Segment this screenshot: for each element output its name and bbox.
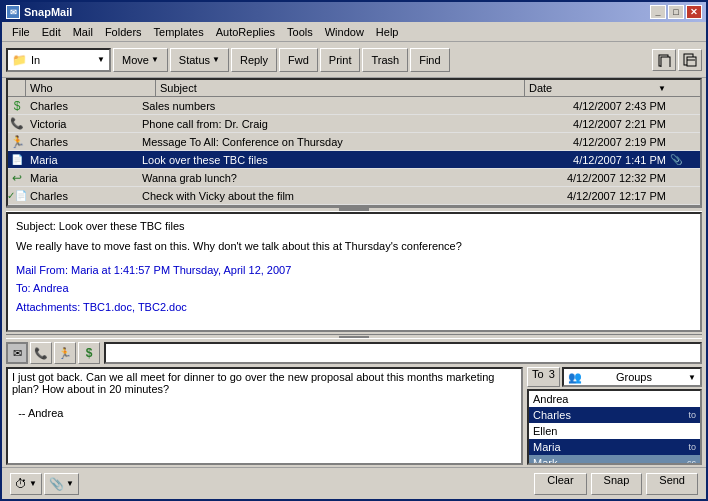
recipient-row[interactable]: Charles to <box>529 407 700 423</box>
maximize-button[interactable]: □ <box>668 5 684 19</box>
email-row[interactable]: ✓📄 Charles Check with Vicky about the fi… <box>8 187 700 205</box>
email-sender: Maria <box>26 172 138 184</box>
window-controls: _ □ ✕ <box>650 5 702 19</box>
who-column-header[interactable]: Who <box>26 80 156 96</box>
menu-file[interactable]: File <box>6 25 36 39</box>
recipient-type: to <box>688 442 696 452</box>
date-column-header[interactable]: Date ▼ <box>525 80 670 96</box>
copy-button-2[interactable] <box>678 49 702 71</box>
main-toolbar: 📁 In ▼ Move ▼ Status ▼ Reply Fwd Print T… <box>2 42 706 78</box>
svg-rect-1 <box>661 57 670 67</box>
attach-col-header <box>670 80 684 96</box>
attachment-arrow: ▼ <box>66 479 74 488</box>
email-date: 4/12/2007 2:21 PM <box>525 118 670 130</box>
person2-icon: 🏃 <box>58 347 72 360</box>
email-date: 4/12/2007 12:17 PM <box>525 190 670 202</box>
menu-help[interactable]: Help <box>370 25 405 39</box>
move-button[interactable]: Move ▼ <box>113 48 168 72</box>
compose-body-textarea[interactable] <box>6 367 523 465</box>
recipient-type: to <box>688 410 696 420</box>
fwd-button[interactable]: Fwd <box>279 48 318 72</box>
recipient-row[interactable]: Maria to <box>529 439 700 455</box>
phone-icon: 📞 <box>10 117 24 130</box>
recipient-type: cc <box>687 458 696 465</box>
menu-tools[interactable]: Tools <box>281 25 319 39</box>
email-date: 4/12/2007 1:41 PM <box>525 154 670 166</box>
email-date: 4/12/2007 2:19 PM <box>525 136 670 148</box>
print-button[interactable]: Print <box>320 48 361 72</box>
email-row[interactable]: 📞 Victoria Phone call from: Dr. Craig 4/… <box>8 115 700 133</box>
file-icon: 📄 <box>11 154 23 165</box>
recipient-row[interactable]: Mark cc <box>529 455 700 465</box>
to-button[interactable]: To 3 <box>527 367 560 387</box>
timer-button[interactable]: ⏱ ▼ <box>10 473 42 495</box>
bottom-toolbar: ⏱ ▼ 📎 ▼ Clear Snap Send <box>2 467 706 499</box>
clear-button[interactable]: Clear <box>534 473 586 495</box>
email-subject: Look over these TBC files <box>138 154 525 166</box>
close-button[interactable]: ✕ <box>686 5 702 19</box>
recipient-row[interactable]: Ellen <box>529 423 700 439</box>
compose-area: I just got back. Can we all meet for din… <box>6 367 702 465</box>
email-row[interactable]: $ Charles Sales numbers 4/12/2007 2:43 P… <box>8 97 700 115</box>
menu-folders[interactable]: Folders <box>99 25 148 39</box>
email-subject: Wanna grab lunch? <box>138 172 525 184</box>
compose-person-btn[interactable]: 🏃 <box>54 342 76 364</box>
reply-button[interactable]: Reply <box>231 48 277 72</box>
recipient-row[interactable]: Andrea <box>529 391 700 407</box>
preview-to: To: Andrea <box>16 279 692 298</box>
compose-subject-field[interactable] <box>104 342 702 364</box>
menu-window[interactable]: Window <box>319 25 370 39</box>
email-sender: Charles <box>26 190 138 202</box>
reply-icon: ↩ <box>12 171 22 185</box>
email-icon: 📄 <box>8 151 26 169</box>
email-sender: Charles <box>26 136 138 148</box>
email-list-header: Who Subject Date ▼ <box>8 80 700 97</box>
bottom-left-tools: ⏱ ▼ 📎 ▼ <box>10 473 79 495</box>
subject-column-header[interactable]: Subject <box>156 80 525 96</box>
dollar-icon: $ <box>86 346 93 360</box>
email-subject: Message To All: Conference on Thursday <box>138 136 525 148</box>
trash-button[interactable]: Trash <box>362 48 408 72</box>
date-sort-arrow: ▼ <box>658 84 666 93</box>
attachment-indicator: 📎 <box>670 154 684 165</box>
preview-pane: Subject: Look over these TBC files We re… <box>6 212 702 332</box>
phone-icon: 📞 <box>34 347 48 360</box>
compose-phone-btn[interactable]: 📞 <box>30 342 52 364</box>
email-row[interactable]: 🏃 Charles Message To All: Conference on … <box>8 133 700 151</box>
timer-arrow: ▼ <box>29 479 37 488</box>
email-date: 4/12/2007 12:32 PM <box>525 172 670 184</box>
compose-body-container: I just got back. Can we all meet for din… <box>6 367 523 465</box>
menu-mail[interactable]: Mail <box>67 25 99 39</box>
compose-money-btn[interactable]: $ <box>78 342 100 364</box>
email-row[interactable]: 📄 Maria Look over these TBC files 4/12/2… <box>8 151 700 169</box>
window-title: SnapMail <box>24 6 72 18</box>
main-window: ✉ SnapMail _ □ ✕ File Edit Mail Folders … <box>0 0 708 501</box>
recipient-name: Ellen <box>533 425 557 437</box>
folder-selector[interactable]: 📁 In ▼ <box>6 48 111 72</box>
menu-autoreplies[interactable]: AutoReplies <box>210 25 281 39</box>
paperclip-icon: 📎 <box>49 477 64 491</box>
find-button[interactable]: Find <box>410 48 449 72</box>
svg-rect-3 <box>687 57 696 66</box>
email-row[interactable]: ↩ Maria Wanna grab lunch? 4/12/2007 12:3… <box>8 169 700 187</box>
email-subject: Check with Vicky about the film <box>138 190 525 202</box>
recipients-list: Andrea Charles to Ellen Maria to <box>527 389 702 465</box>
menu-templates[interactable]: Templates <box>148 25 210 39</box>
compose-letter-btn[interactable]: ✉ <box>6 342 28 364</box>
groups-icon: 👥 <box>568 371 582 384</box>
preview-meta: Mail From: Maria at 1:41:57 PM Thursday,… <box>16 261 692 317</box>
status-button[interactable]: Status ▼ <box>170 48 229 72</box>
scroll-col-header <box>684 80 700 96</box>
menu-bar: File Edit Mail Folders Templates AutoRep… <box>2 22 706 42</box>
email-icon: ↩ <box>8 169 26 187</box>
recipient-name: Maria <box>533 441 561 453</box>
attachment-button[interactable]: 📎 ▼ <box>44 473 79 495</box>
send-button[interactable]: Send <box>646 473 698 495</box>
groups-dropdown[interactable]: 👥 Groups ▼ <box>562 367 702 387</box>
minimize-button[interactable]: _ <box>650 5 666 19</box>
copy-button-1[interactable] <box>652 49 676 71</box>
snap-button[interactable]: Snap <box>591 473 643 495</box>
email-subject: Phone call from: Dr. Craig <box>138 118 525 130</box>
menu-edit[interactable]: Edit <box>36 25 67 39</box>
title-bar: ✉ SnapMail _ □ ✕ <box>2 2 706 22</box>
